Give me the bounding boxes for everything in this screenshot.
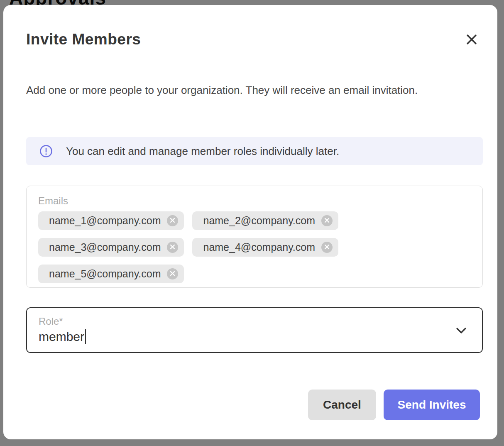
email-chip-text: name_1@company.com xyxy=(49,215,161,227)
dialog-footer: Cancel Send Invites xyxy=(308,390,480,420)
send-invites-button[interactable]: Send Invites xyxy=(384,390,480,420)
email-chip-list: name_1@company.com name_2@company.com na… xyxy=(38,211,412,283)
invite-members-dialog: Invite Members Add one or more people to… xyxy=(3,5,497,439)
emails-input[interactable]: Emails name_1@company.com name_2@company… xyxy=(26,186,483,288)
remove-icon xyxy=(170,218,175,224)
role-dropdown-toggle[interactable] xyxy=(455,326,468,336)
remove-icon xyxy=(324,244,330,251)
close-button[interactable] xyxy=(462,31,481,49)
email-chip-text: name_5@company.com xyxy=(49,268,161,280)
remove-email-button[interactable] xyxy=(167,268,178,279)
role-value: member xyxy=(39,330,84,344)
emails-label: Emails xyxy=(38,195,471,207)
text-cursor xyxy=(85,329,86,344)
email-chip-text: name_2@company.com xyxy=(203,215,315,227)
role-label: Role* xyxy=(39,316,470,327)
remove-email-button[interactable] xyxy=(321,242,333,253)
remove-email-button[interactable] xyxy=(321,215,333,226)
dialog-description: Add one or more people to your organizat… xyxy=(26,81,454,99)
info-circle-icon xyxy=(39,145,53,158)
remove-icon xyxy=(170,244,175,251)
dialog-title: Invite Members xyxy=(26,31,141,48)
remove-email-button[interactable] xyxy=(167,215,178,226)
email-chip: name_1@company.com xyxy=(38,211,184,230)
remove-email-button[interactable] xyxy=(167,242,178,253)
info-banner-text: You can edit and manage member roles ind… xyxy=(66,145,339,158)
close-icon xyxy=(465,33,478,47)
email-chip-text: name_3@company.com xyxy=(49,241,161,253)
email-chip: name_2@company.com xyxy=(192,211,338,230)
remove-icon xyxy=(324,218,330,224)
cancel-button[interactable]: Cancel xyxy=(308,390,376,420)
email-chip: name_4@company.com xyxy=(192,238,338,257)
info-banner: You can edit and manage member roles ind… xyxy=(26,137,483,165)
email-chip-text: name_4@company.com xyxy=(203,241,315,253)
remove-icon xyxy=(170,271,175,277)
email-chip: name_3@company.com xyxy=(38,238,184,257)
chevron-down-icon xyxy=(455,326,468,336)
email-chip: name_5@company.com xyxy=(38,265,184,283)
role-combobox[interactable]: Role* member xyxy=(26,307,483,353)
